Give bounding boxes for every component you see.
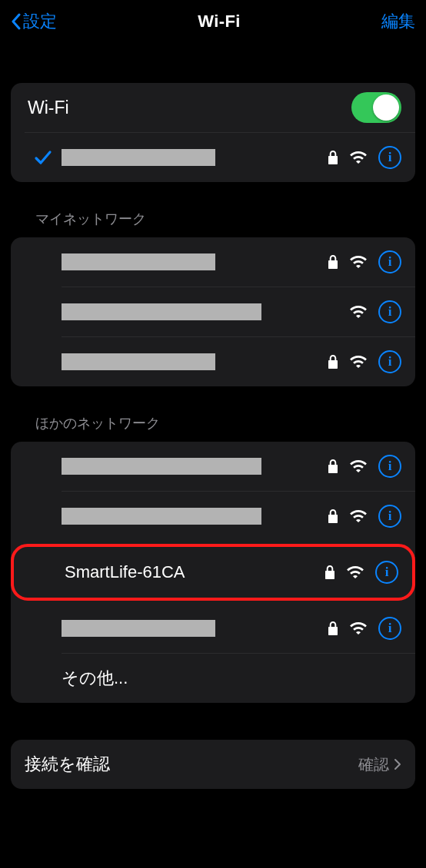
- wifi-icon: [346, 565, 364, 580]
- lock-icon: [328, 254, 338, 270]
- info-button[interactable]: i: [378, 300, 401, 323]
- other-networks-card: i i SmartLife-61CA i: [11, 442, 415, 703]
- other-network-row[interactable]: その他...: [11, 654, 415, 703]
- info-button[interactable]: i: [378, 505, 401, 528]
- network-row-highlighted[interactable]: SmartLife-61CA i: [11, 544, 415, 601]
- lock-icon: [324, 565, 335, 580]
- network-name: [62, 620, 215, 637]
- network-name: [62, 508, 261, 525]
- other-label: その他...: [62, 667, 128, 690]
- info-button[interactable]: i: [378, 350, 401, 373]
- wifi-icon: [349, 509, 368, 524]
- ask-to-join-card: 接続を確認 確認: [11, 740, 415, 789]
- info-button[interactable]: i: [378, 455, 401, 478]
- info-button[interactable]: i: [378, 250, 401, 273]
- network-row[interactable]: i: [11, 492, 415, 541]
- network-name: [62, 253, 215, 270]
- lock-icon: [328, 621, 338, 636]
- info-button[interactable]: i: [378, 146, 401, 169]
- network-row[interactable]: i: [11, 337, 415, 386]
- network-row[interactable]: i: [11, 604, 415, 653]
- chevron-right-icon: [394, 758, 401, 770]
- check-icon: [33, 147, 53, 167]
- back-label: 設定: [23, 10, 57, 33]
- lock-icon: [328, 509, 338, 524]
- section-title-my-networks: マイネットワーク: [11, 182, 415, 237]
- network-name: [62, 458, 261, 475]
- ask-to-join-row[interactable]: 接続を確認 確認: [11, 740, 415, 789]
- section-title-other-networks: ほかのネットワーク: [11, 386, 415, 442]
- connected-network-name: [62, 149, 215, 166]
- wifi-icon: [349, 150, 368, 165]
- wifi-toggle-row: Wi-Fi: [11, 83, 415, 132]
- lock-icon: [328, 459, 338, 474]
- wifi-icon: [349, 354, 368, 369]
- edit-button[interactable]: 編集: [381, 10, 415, 33]
- back-button[interactable]: 設定: [11, 10, 57, 33]
- connected-network-row[interactable]: i: [11, 133, 415, 182]
- ask-value: 確認: [358, 754, 389, 775]
- chevron-left-icon: [11, 13, 22, 30]
- ask-label: 接続を確認: [25, 753, 110, 776]
- info-button[interactable]: i: [375, 561, 398, 584]
- wifi-icon: [349, 254, 368, 270]
- lock-icon: [328, 150, 338, 165]
- wifi-card: Wi-Fi i: [11, 83, 415, 182]
- wifi-label: Wi-Fi: [25, 98, 69, 118]
- network-name: [62, 353, 215, 370]
- nav-bar: 設定 Wi-Fi 編集: [0, 0, 426, 43]
- my-networks-card: i i i: [11, 237, 415, 386]
- network-row[interactable]: i: [11, 442, 415, 491]
- network-name: [62, 303, 261, 320]
- network-row[interactable]: i: [11, 237, 415, 287]
- info-button[interactable]: i: [378, 617, 401, 640]
- network-row[interactable]: i: [11, 287, 415, 336]
- wifi-icon: [349, 621, 368, 636]
- lock-icon: [328, 354, 338, 369]
- wifi-toggle[interactable]: [351, 92, 401, 123]
- page-title: Wi-Fi: [198, 12, 241, 31]
- network-name: SmartLife-61CA: [65, 562, 185, 582]
- wifi-icon: [349, 304, 368, 320]
- wifi-icon: [349, 459, 368, 474]
